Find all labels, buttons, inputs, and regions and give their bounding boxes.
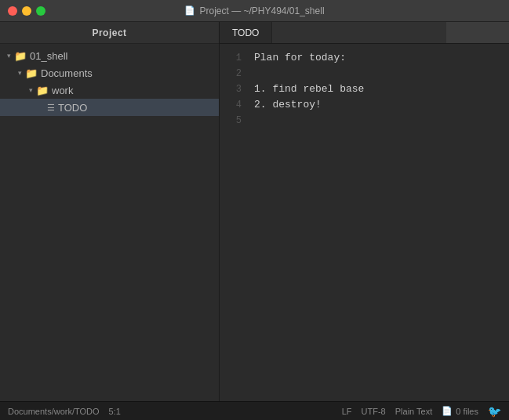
code-line-5 [254, 113, 509, 129]
sidebar: Project ▾ 📁 01_shell ▾ 📁 Documents ▾ � [0, 22, 220, 401]
line-numbers: 1 2 3 4 5 [220, 44, 248, 401]
line-num-1: 1 [220, 50, 248, 66]
code-line-2 [254, 66, 509, 81]
minimize-button[interactable] [22, 6, 31, 16]
arrow-work: ▾ [25, 86, 36, 94]
title-file-icon: 📄 [184, 5, 195, 16]
tree-item-todo[interactable]: ▾ ☰ TODO [0, 99, 219, 116]
tree-item-work[interactable]: ▾ 📁 work [0, 81, 219, 99]
status-path: Documents/work/TODO [8, 407, 100, 416]
line-num-5: 5 [220, 113, 248, 129]
status-syntax[interactable]: Plain Text [395, 407, 433, 416]
window-controls [8, 6, 45, 16]
file-icon-todo: ☰ [47, 103, 55, 113]
folder-icon-documents: 📁 [25, 67, 38, 79]
line-num-4: 4 [220, 97, 248, 113]
code-content: Plan for today: 1. find rebel base 2. de… [248, 44, 509, 401]
label-01shell: 01_shell [30, 50, 67, 62]
top-right-area [446, 22, 509, 43]
title-text: Project — ~/PHY494/01_shell [199, 5, 324, 16]
window-title: 📄 Project — ~/PHY494/01_shell [184, 5, 324, 16]
sidebar-title: Project [92, 27, 126, 38]
editor-tabs: TODO [220, 22, 509, 44]
line-num-2: 2 [220, 66, 248, 81]
code-editor[interactable]: 1 2 3 4 5 Plan for today: 1. find rebel … [220, 44, 509, 401]
status-left: Documents/work/TODO 5:1 [8, 407, 342, 416]
status-files: 📄 0 files [442, 406, 478, 416]
close-button[interactable] [8, 6, 17, 16]
maximize-button[interactable] [36, 6, 45, 16]
tree-item-documents[interactable]: ▾ 📁 Documents [0, 64, 219, 81]
line-num-3: 3 [220, 81, 248, 97]
folder-icon-01shell: 📁 [14, 50, 27, 62]
tab-spacer [272, 22, 446, 43]
statusbar: Documents/work/TODO 5:1 LF UTF-8 Plain T… [0, 401, 509, 420]
arrow-01shell: ▾ [3, 52, 14, 60]
tree-item-01shell[interactable]: ▾ 📁 01_shell [0, 47, 219, 64]
files-icon: 📄 [442, 406, 453, 416]
status-bird-icon: 🐦 [488, 405, 501, 418]
code-line-1: Plan for today: [254, 50, 509, 66]
status-right: LF UTF-8 Plain Text 📄 0 files 🐦 [342, 405, 501, 418]
sidebar-header: Project [0, 22, 219, 44]
code-line-4: 2. destroy! [254, 97, 509, 113]
sidebar-tree: ▾ 📁 01_shell ▾ 📁 Documents ▾ 📁 work [0, 44, 219, 401]
tab-todo-label: TODO [232, 27, 259, 38]
label-documents: Documents [41, 67, 93, 79]
editor-area: TODO 1 2 3 4 5 Plan for today: 1. find r… [220, 22, 509, 401]
label-work: work [52, 85, 73, 96]
status-encoding[interactable]: UTF-8 [362, 407, 386, 416]
arrow-documents: ▾ [14, 69, 25, 77]
main-layout: Project ▾ 📁 01_shell ▾ 📁 Documents ▾ � [0, 22, 509, 401]
files-count: 0 files [456, 407, 478, 416]
tab-todo[interactable]: TODO [220, 22, 272, 43]
label-todo: TODO [58, 102, 87, 114]
status-cursor: 5:1 [109, 407, 121, 416]
status-line-ending[interactable]: LF [342, 407, 352, 416]
code-line-3: 1. find rebel base [254, 81, 509, 97]
titlebar: 📄 Project — ~/PHY494/01_shell [0, 0, 509, 22]
folder-icon-work: 📁 [36, 85, 49, 96]
